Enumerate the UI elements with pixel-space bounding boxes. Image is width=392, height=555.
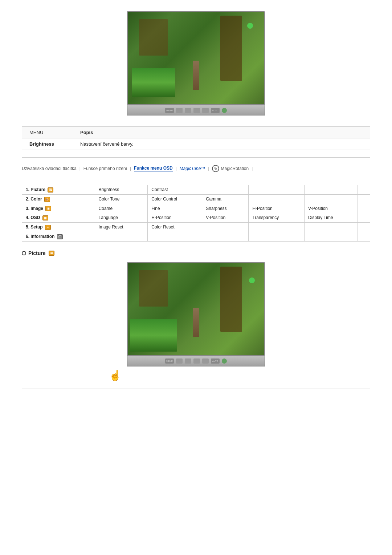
- menu-item-brightness: Brightness: [29, 141, 80, 147]
- menu-description-table: MENU Popis Brightness Nastavení červené …: [22, 126, 370, 150]
- top-monitor-image: MENU AUTO: [22, 11, 370, 116]
- divider-1: [22, 157, 370, 158]
- osd-v-position: V-Position: [304, 204, 358, 213]
- menu-item-desc: Nastavení červené barvy.: [80, 141, 363, 147]
- osd-row-picture: 1. Picture 🖼 Brightness Contrast: [22, 185, 370, 195]
- osd-row-osd: 4. OSD ▦ Language H-Position V-Position …: [22, 213, 370, 223]
- osd-image-reset: Image Reset: [95, 223, 148, 232]
- osd-item-2: 2. Color 🎨: [22, 194, 95, 204]
- picture-heading-icon: 🖼: [49, 251, 54, 256]
- osd-empty-9: [358, 213, 370, 223]
- bottom-border: [22, 389, 370, 389]
- picture-heading: Picture 🖼: [22, 250, 370, 256]
- pagoda-image-2: [193, 308, 199, 337]
- menu-button-2: MENU: [165, 358, 174, 364]
- picture-label: Picture: [28, 250, 45, 256]
- osd-color-tone: Color Tone: [95, 194, 148, 204]
- nav-item-osd[interactable]: Funkce menu OSD: [134, 166, 173, 171]
- osd-item-1: 1. Picture 🖼: [22, 185, 95, 195]
- osd-menu-table: 1. Picture 🖼 Brightness Contrast 2. Colo…: [22, 185, 370, 242]
- osd-item-4: 4. OSD ▦: [22, 213, 95, 223]
- monitor-container: MENU AUTO: [127, 11, 265, 116]
- nav-btn-2-4: [202, 358, 209, 364]
- nav-breadcrumb: Uživatelská ovládací tlačítka | Funkce p…: [22, 165, 370, 176]
- nav-btn-2-3: [193, 358, 200, 364]
- table-header: MENU Popis: [22, 127, 370, 138]
- second-monitor-section: MENU AUTO ☝: [22, 262, 370, 381]
- osd-row-image: 3. Image ⊞ Coarse Fine Sharpness H-Posit…: [22, 204, 370, 213]
- osd-display-time: Display Time: [304, 213, 358, 223]
- cursor-hand: ☝: [109, 369, 122, 381]
- nav-button-3: [193, 108, 200, 113]
- nav-item-magicrotation[interactable]: ↻ MagicRotation: [212, 165, 249, 172]
- osd-brightness: Brightness: [95, 185, 148, 195]
- nav-button-4: [202, 108, 209, 113]
- auto-button-2: AUTO: [211, 358, 220, 364]
- garden-detail-2: [130, 319, 177, 352]
- osd-info-empty-4: [249, 232, 305, 242]
- osd-contrast: Contrast: [148, 185, 202, 195]
- nav-button-1: [176, 108, 183, 113]
- menu-button: MENU: [165, 108, 174, 113]
- pagoda-image: [193, 61, 199, 90]
- osd-color-control: Color Control: [148, 194, 202, 204]
- nav-item-direct[interactable]: Funkce přímého řízení: [83, 166, 127, 171]
- osd-gamma: Gamma: [202, 194, 249, 204]
- osd-coarse: Coarse: [95, 204, 148, 213]
- osd-empty-3: [304, 185, 358, 195]
- nav-item-magictune[interactable]: MagicTune™: [180, 166, 205, 171]
- image-icon: ⊞: [45, 206, 51, 211]
- osd-info-empty-5: [304, 232, 358, 242]
- osd-h-pos: H-Position: [148, 213, 202, 223]
- separator-5: |: [252, 166, 253, 171]
- info-icon: ⓘ: [57, 234, 63, 239]
- osd-empty-8: [358, 204, 370, 213]
- second-monitor-screen: [127, 262, 265, 356]
- osd-icon: ▦: [42, 215, 48, 220]
- osd-sharpness: Sharpness: [202, 204, 249, 213]
- osd-transparency: Transparency: [249, 213, 305, 223]
- osd-empty-2: [249, 185, 305, 195]
- magicrotation-label: MagicRotation: [221, 166, 249, 171]
- second-monitor-container: MENU AUTO: [127, 262, 265, 366]
- osd-empty-6: [304, 194, 358, 204]
- osd-language: Language: [95, 213, 148, 223]
- osd-fine: Fine: [148, 204, 202, 213]
- color-icon: 🎨: [44, 197, 50, 202]
- nav-item-buttons[interactable]: Uživatelská ovládací tlačítka: [22, 166, 77, 171]
- osd-info-empty-6: [358, 232, 370, 242]
- osd-row-information: 6. Information ⓘ: [22, 232, 370, 242]
- osd-item-5: 5. Setup ≡: [22, 223, 95, 232]
- osd-row-color: 2. Color 🎨 Color Tone Color Control Gamm…: [22, 194, 370, 204]
- garden-detail: [132, 68, 175, 97]
- circle-icon: [22, 251, 26, 255]
- rotation-icon: ↻: [212, 165, 219, 172]
- separator-4: |: [208, 166, 209, 171]
- osd-empty-7: [358, 194, 370, 204]
- osd-info-empty-3: [202, 232, 249, 242]
- separator-3: |: [176, 166, 177, 171]
- osd-item-3: 3. Image ⊞: [22, 204, 95, 213]
- osd-empty-12: [304, 223, 358, 232]
- osd-info-empty-1: [95, 232, 148, 242]
- osd-empty-10: [202, 223, 249, 232]
- power-button: [222, 108, 227, 113]
- osd-empty-1: [202, 185, 249, 195]
- balloon-green: [247, 23, 253, 29]
- auto-button: AUTO: [211, 108, 220, 113]
- osd-v-pos: V-Position: [202, 213, 249, 223]
- monitor-bezel: MENU AUTO: [127, 105, 265, 116]
- picture-icon: 🖼: [48, 187, 53, 193]
- power-button-2: [222, 358, 227, 364]
- osd-h-position: H-Position: [249, 204, 305, 213]
- nav-button-2: [185, 108, 191, 113]
- osd-row-setup: 5. Setup ≡ Image Reset Color Reset: [22, 223, 370, 232]
- setup-icon: ≡: [45, 225, 51, 230]
- osd-empty-4: [358, 185, 370, 195]
- osd-item-6: 6. Information ⓘ: [22, 232, 95, 242]
- header-menu-label: MENU: [29, 130, 80, 135]
- separator-1: |: [79, 166, 81, 171]
- osd-empty-11: [249, 223, 305, 232]
- osd-empty-5: [249, 194, 305, 204]
- monitor-screen: [127, 11, 265, 105]
